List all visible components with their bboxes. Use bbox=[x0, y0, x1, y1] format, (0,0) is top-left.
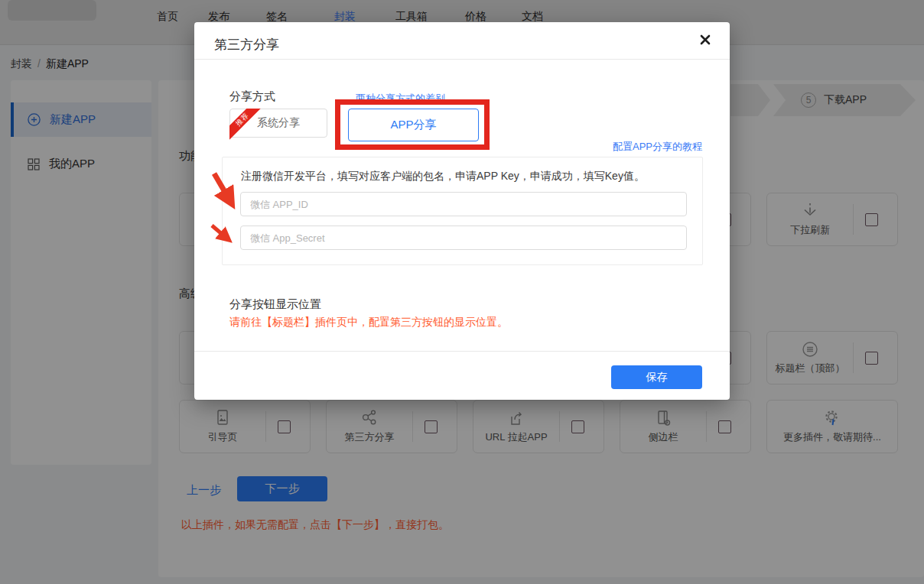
annotation-highlight-box bbox=[335, 99, 490, 150]
save-button[interactable]: 保存 bbox=[611, 365, 702, 389]
tab-system-share-label: 系统分享 bbox=[257, 116, 300, 130]
wechat-instruction-text: 注册微信开发平台，填写对应客户端的包名，申请APP Key，申请成功，填写Key… bbox=[241, 170, 645, 183]
wechat-config-box: 注册微信开发平台，填写对应客户端的包名，申请APP Key，申请成功，填写Key… bbox=[222, 157, 703, 265]
share-button-position-label: 分享按钮显示位置 bbox=[229, 297, 321, 312]
modal-header-divider bbox=[194, 59, 730, 60]
share-method-label: 分享方式 bbox=[229, 89, 275, 104]
tab-system-share[interactable]: 推荐 系统分享 bbox=[229, 109, 327, 138]
recommended-ribbon: 推荐 bbox=[229, 109, 262, 141]
annotation-arrow-appsecret bbox=[212, 225, 227, 238]
modal-title: 第三方分享 bbox=[214, 36, 279, 54]
wechat-appid-input[interactable] bbox=[240, 192, 687, 216]
annotation-arrow-appid bbox=[214, 174, 230, 201]
wechat-appsecret-input[interactable] bbox=[240, 225, 687, 250]
annotation-arrows bbox=[197, 159, 259, 255]
close-icon[interactable] bbox=[699, 34, 716, 50]
share-button-position-note: 请前往【标题栏】插件页中，配置第三方按钮的显示位置。 bbox=[229, 316, 508, 329]
page: 首页 发布 签名 封装 工具箱 价格 文档 封装/新建APP 新建APP 我的A… bbox=[0, 0, 924, 584]
modal-footer-divider bbox=[194, 351, 730, 352]
app-share-tutorial-link[interactable]: 配置APP分享的教程 bbox=[613, 140, 702, 154]
third-party-share-modal: 第三方分享 分享方式 两种分享方式的差别 推荐 系统分享 APP分享 配置APP… bbox=[194, 22, 730, 400]
